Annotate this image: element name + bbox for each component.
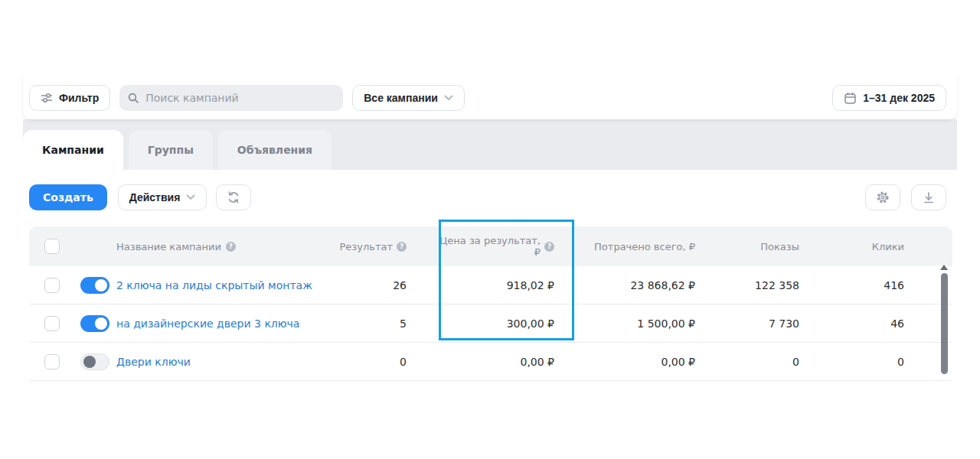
search-box	[119, 85, 343, 111]
download-icon	[923, 191, 935, 204]
search-icon	[127, 92, 139, 104]
campaign-name-link[interactable]: 2 ключа на лиды скрытый монтаж	[116, 279, 312, 291]
filter-bar: Фильтр Все кампании	[23, 76, 957, 119]
tab-groups[interactable]: Группы	[129, 130, 213, 170]
campaign-name-link[interactable]: на дизайнерские двери 3 ключа	[116, 317, 299, 330]
row-checkbox[interactable]	[44, 316, 60, 331]
table-row: 2 ключа на лиды скрытый монтаж 26 918,02…	[29, 266, 952, 304]
header-impressions[interactable]: Показы	[730, 241, 838, 252]
campaign-scope-label: Все кампании	[364, 92, 438, 104]
header-result[interactable]: Результат ?	[344, 241, 432, 252]
tab-ads[interactable]: Объявления	[218, 130, 332, 170]
cell-impressions: 122 358	[730, 279, 838, 291]
campaigns-page: Фильтр Все кампании	[0, 0, 980, 459]
cell-spent-total: 0,00 ₽	[589, 356, 730, 368]
cell-cost-per-result: 300,00 ₽	[432, 317, 589, 330]
cell-cost-per-result: 918,02 ₽	[432, 279, 589, 291]
cell-cost-per-result: 0,00 ₽	[432, 356, 589, 368]
refresh-icon	[227, 190, 240, 204]
scrollbar-thumb[interactable]	[941, 273, 948, 374]
select-all-checkbox[interactable]	[44, 239, 60, 254]
toolbar: Создать Действия	[23, 184, 957, 211]
actions-label: Действия	[129, 191, 181, 203]
cell-result: 26	[344, 279, 432, 291]
refresh-button[interactable]	[216, 184, 251, 210]
table-header-row: Название кампании ? Результат ? Цена за …	[29, 226, 952, 266]
campaign-scope-dropdown[interactable]: Все кампании	[352, 85, 465, 111]
sliders-icon	[41, 92, 53, 104]
help-icon[interactable]: ?	[397, 242, 407, 252]
chevron-down-icon	[444, 95, 453, 101]
cell-spent-total: 1 500,00 ₽	[589, 317, 730, 330]
create-button[interactable]: Создать	[29, 184, 107, 210]
help-icon[interactable]: ?	[226, 242, 236, 252]
date-range-button[interactable]: 1–31 дек 2025	[832, 85, 946, 111]
tab-band: Кампании Группы Объявления	[23, 119, 957, 170]
tab-campaigns[interactable]: Кампании	[23, 130, 123, 170]
cell-impressions: 7 730	[730, 317, 838, 330]
header-cost-per-result[interactable]: Цена за результат, ₽ ?	[432, 235, 589, 258]
filter-button-label: Фильтр	[59, 92, 99, 104]
help-icon[interactable]: ?	[544, 242, 554, 252]
chevron-down-icon	[186, 194, 195, 200]
cell-spent-total: 23 868,62 ₽	[589, 279, 730, 291]
cell-result: 5	[344, 317, 432, 330]
header-campaign-name[interactable]: Название кампании ?	[113, 241, 344, 252]
gear-icon	[875, 190, 890, 205]
campaigns-table: Название кампании ? Результат ? Цена за …	[29, 226, 952, 381]
table-row: на дизайнерские двери 3 ключа 5 300,00 ₽…	[29, 304, 952, 343]
campaign-toggle[interactable]	[80, 315, 109, 332]
export-download-button[interactable]	[911, 184, 946, 210]
header-clicks[interactable]: Клики	[838, 241, 952, 252]
row-checkbox[interactable]	[44, 354, 60, 369]
settings-button[interactable]	[865, 184, 900, 210]
cell-clicks: 46	[838, 317, 952, 330]
cell-clicks: 0	[838, 356, 952, 368]
filter-button[interactable]: Фильтр	[29, 85, 110, 111]
search-input[interactable]	[145, 92, 335, 104]
campaign-name-link[interactable]: Двери ключи	[116, 356, 191, 368]
date-range-label: 1–31 дек 2025	[863, 92, 935, 104]
cell-impressions: 0	[730, 356, 838, 368]
scroll-up-icon[interactable]	[940, 265, 948, 270]
actions-dropdown[interactable]: Действия	[118, 184, 207, 210]
table-row: Двери ключи 0 0,00 ₽ 0,00 ₽ 0 0	[29, 343, 952, 381]
table-scrollbar[interactable]	[939, 265, 949, 380]
row-checkbox[interactable]	[44, 278, 60, 293]
cell-clicks: 416	[838, 279, 952, 291]
campaign-toggle[interactable]	[80, 277, 109, 294]
cell-result: 0	[344, 356, 432, 368]
campaign-toggle[interactable]	[80, 353, 109, 370]
calendar-icon	[844, 92, 857, 105]
header-spent-total[interactable]: Потрачено всего, ₽	[589, 241, 730, 252]
